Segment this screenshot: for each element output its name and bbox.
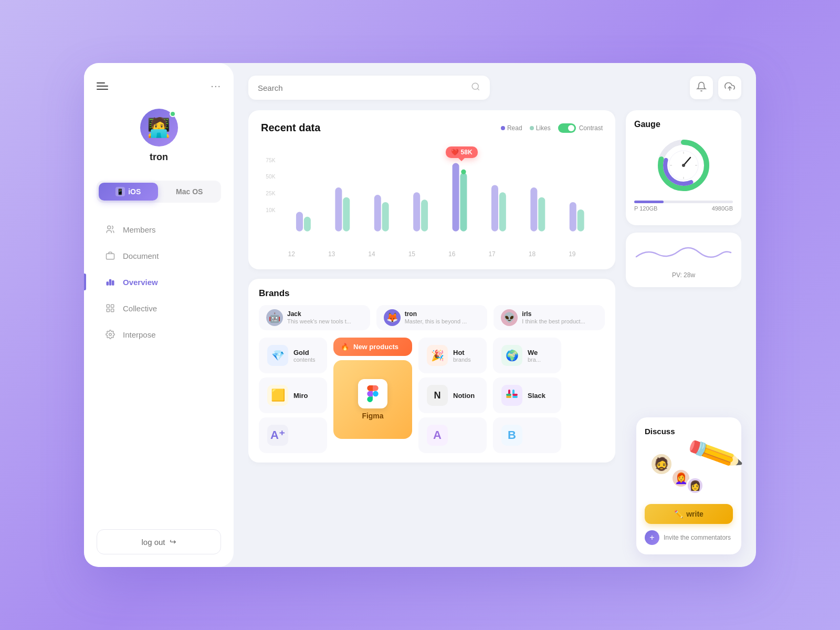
brands-title: Brands — [259, 288, 605, 299]
figma-featured-card[interactable]: Figma — [333, 360, 412, 439]
sidebar-item-document[interactable]: Document — [97, 244, 221, 268]
avatar-wrap: 🧑‍💻 tron — [140, 109, 178, 163]
write-button[interactable]: ✏️ write — [645, 504, 733, 524]
svg-rect-2 — [107, 282, 108, 285]
b-icon: B — [501, 425, 522, 446]
platform-tabs: 📱 iOS Mac OS — [97, 181, 221, 203]
discuss-avatar-3: 👩 — [686, 477, 704, 495]
gauge-circle — [655, 136, 712, 194]
recent-data-title: Recent data — [261, 122, 320, 134]
chart-x-labels: 12131415 16171819 — [261, 250, 603, 258]
svg-rect-39 — [512, 396, 518, 398]
svg-rect-6 — [111, 304, 114, 307]
brand-slack[interactable]: Slack — [493, 377, 561, 413]
svg-point-10 — [472, 83, 478, 89]
irls-avatar: 👽 — [501, 309, 518, 326]
svg-rect-36 — [506, 394, 511, 396]
svg-rect-30 — [530, 187, 537, 232]
svg-rect-8 — [111, 309, 114, 312]
brand-aplus[interactable]: A⁺ — [259, 417, 327, 453]
tab-ios[interactable]: 📱 iOS — [99, 183, 158, 201]
username: tron — [140, 152, 178, 163]
search-input[interactable] — [258, 83, 466, 92]
avatar: 🧑‍💻 — [140, 109, 178, 146]
svg-rect-24 — [421, 200, 428, 231]
svg-point-0 — [108, 226, 111, 229]
globe-icon: 🌍 — [501, 345, 522, 366]
brand-webra[interactable]: 🌍 We bra... — [493, 338, 561, 373]
contrast-toggle[interactable] — [558, 123, 576, 133]
gauge-title: Gauge — [634, 120, 733, 129]
brand-col-4: 🌍 We bra... — [493, 338, 561, 453]
svg-rect-4 — [112, 281, 114, 285]
brand-gold-contents[interactable]: 💎 Gold contents — [259, 338, 327, 373]
new-products-header: 🔥 New products — [333, 338, 412, 356]
invite-plus-icon: + — [645, 530, 659, 545]
brand-miro[interactable]: 🟨 Miro — [259, 377, 327, 413]
fire-icon: 🔥 — [341, 343, 349, 351]
comment-jack: 🤖 Jack This week's new tools t... — [259, 305, 370, 330]
discuss-avatar-1: 🧔 — [650, 453, 673, 476]
svg-rect-38 — [512, 394, 518, 396]
legend-likes: Likes — [530, 124, 551, 132]
storage-bar: P 120GB 4980GB — [634, 201, 733, 212]
discuss-card: Discuss ✏️ 🧔 👩‍🦰 👩 ✏️ write + Invite the… — [636, 417, 741, 554]
figma-label: Figma — [362, 412, 383, 420]
svg-point-9 — [109, 333, 112, 336]
svg-rect-32 — [570, 202, 576, 232]
left-panel: Recent data Read Likes — [248, 110, 615, 554]
discuss-visual: ✏️ 🧔 👩‍🦰 👩 — [645, 442, 733, 500]
brand-grid: 💎 Gold contents 🟨 Miro — [259, 338, 605, 453]
tab-macos[interactable]: Mac OS — [160, 183, 219, 201]
svg-rect-20 — [343, 197, 350, 232]
logout-button[interactable]: log out ↪ — [97, 529, 221, 554]
upload-icon — [724, 81, 735, 94]
folder-icon — [105, 250, 116, 261]
brand-b[interactable]: B — [493, 417, 561, 453]
chart-area: ❤️ 58K 75K 50K 25K 10K — [261, 142, 603, 247]
search-icon — [471, 82, 480, 93]
sidebar-item-collective[interactable]: Collective — [97, 296, 221, 320]
legend-read: Read — [501, 124, 522, 132]
brand-hot[interactable]: 🎉 Hot brands — [418, 338, 487, 373]
recent-data-card: Recent data Read Likes — [248, 110, 615, 269]
svg-rect-33 — [578, 209, 584, 232]
brand-col-1: 💎 Gold contents 🟨 Miro — [259, 338, 327, 453]
more-options-icon[interactable]: ··· — [211, 80, 221, 92]
search-bar[interactable] — [248, 76, 490, 100]
comment-tron: 🦊 tron Master, this is beyond ... — [376, 305, 488, 330]
svg-point-27 — [461, 170, 466, 174]
bell-icon — [696, 81, 707, 94]
hot-icon: 🎉 — [427, 345, 448, 366]
logout-icon: ↪ — [170, 537, 176, 547]
jack-comment-text: Jack This week's new tools t... — [287, 310, 351, 325]
brands-comments: 🤖 Jack This week's new tools t... 🦊 tron… — [259, 305, 605, 330]
svg-line-11 — [477, 88, 479, 90]
invite-row[interactable]: + Invite the commentators — [645, 530, 733, 545]
users-icon — [105, 224, 116, 235]
brand-col-new-products: 🔥 New products — [333, 338, 412, 453]
sidebar: ··· 🧑‍💻 tron 📱 iOS Mac OS Membe — [84, 63, 234, 567]
notification-button[interactable] — [690, 76, 713, 99]
svg-rect-29 — [499, 192, 506, 231]
a-icon: A — [427, 425, 448, 446]
sidebar-item-interpose[interactable]: Interpose — [97, 322, 221, 346]
brand-notion[interactable]: N Notion — [418, 377, 487, 413]
svg-rect-23 — [413, 192, 420, 231]
svg-text:25K: 25K — [266, 191, 275, 196]
svg-rect-3 — [110, 280, 111, 286]
sidebar-item-members[interactable]: Members — [97, 217, 221, 242]
sidebar-nav: Members Document Overview Collective — [97, 217, 221, 529]
sidebar-top: ··· — [97, 80, 221, 92]
pv-card: PV: 28w — [626, 233, 741, 287]
sidebar-item-overview[interactable]: Overview — [97, 270, 221, 294]
svg-rect-19 — [335, 187, 342, 232]
hamburger-icon[interactable] — [97, 82, 108, 90]
upload-button[interactable] — [718, 76, 741, 99]
tron-comment-text: tron Master, this is beyond ... — [405, 310, 467, 325]
brand-col-3: 🎉 Hot brands N Notion — [418, 338, 487, 453]
svg-text:75K: 75K — [266, 158, 275, 163]
brand-a[interactable]: A — [418, 417, 487, 453]
notion-icon: N — [427, 385, 448, 406]
grid-icon — [105, 303, 116, 313]
